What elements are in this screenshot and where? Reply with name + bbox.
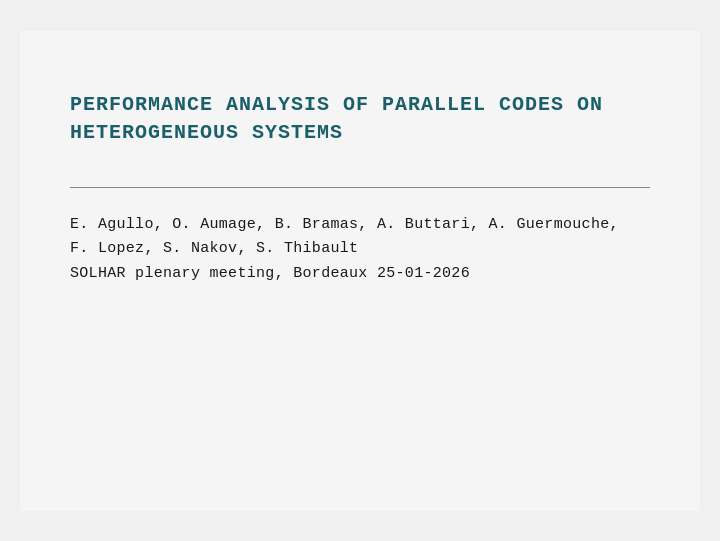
authors-line2: F. Lopez, S. Nakov, S. Thibault [70, 240, 358, 257]
authors-line1: E. Agullo, O. Aumage, B. Bramas, A. Butt… [70, 216, 619, 233]
title-line1: PERFORMANCE ANALYSIS OF PARALLEL CODES O… [70, 93, 603, 116]
title-line2: HETEROGENEOUS SYSTEMS [70, 121, 343, 144]
title-divider [70, 187, 650, 188]
title-section: PERFORMANCE ANALYSIS OF PARALLEL CODES O… [70, 91, 650, 147]
authors-section: E. Agullo, O. Aumage, B. Bramas, A. Butt… [70, 213, 650, 282]
venue-text: SOLHAR plenary meeting, Bordeaux 25-01-2… [70, 265, 650, 282]
slide-title: PERFORMANCE ANALYSIS OF PARALLEL CODES O… [70, 91, 650, 147]
slide-container: PERFORMANCE ANALYSIS OF PARALLEL CODES O… [20, 31, 700, 511]
authors-text: E. Agullo, O. Aumage, B. Bramas, A. Butt… [70, 213, 650, 261]
